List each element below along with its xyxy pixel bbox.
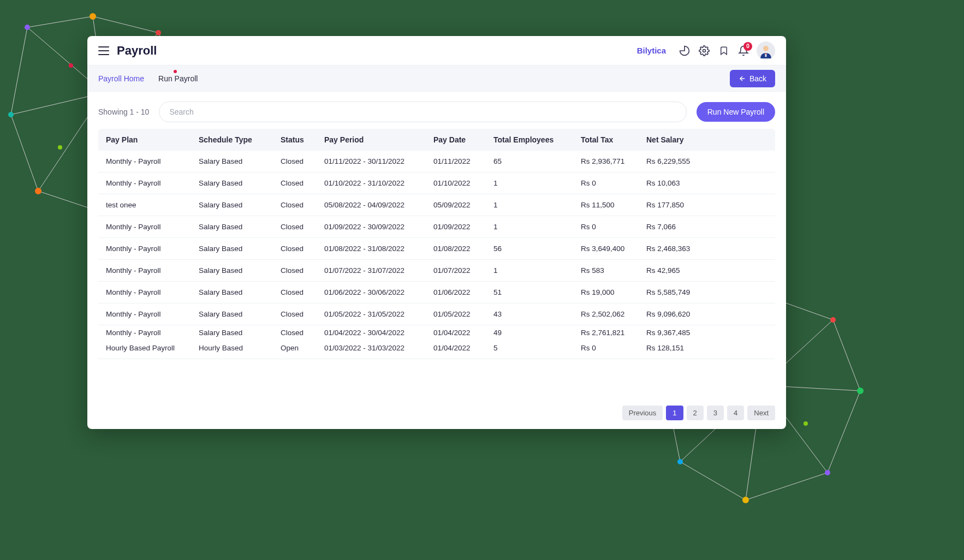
th-status[interactable]: Status: [281, 135, 324, 144]
cell-net-salary: Rs 177,850: [646, 201, 712, 209]
svg-point-9: [69, 63, 73, 68]
cell-schedule-type: Salary Based: [199, 329, 281, 337]
pagination-page-3[interactable]: 3: [707, 406, 724, 420]
table-row[interactable]: test oneeSalary BasedClosed05/08/2022 - …: [98, 194, 775, 216]
cell-schedule-type: Salary Based: [199, 223, 281, 231]
cell-net-salary: Rs 5,585,749: [646, 288, 712, 296]
cell-total-tax: Rs 11,500: [581, 201, 646, 209]
th-total-tax[interactable]: Total Tax: [581, 135, 646, 144]
cell-status: Closed: [281, 288, 324, 296]
cell-total-tax: Rs 2,761,821: [581, 329, 646, 337]
svg-point-1: [90, 13, 96, 20]
th-pay-plan[interactable]: Pay Plan: [106, 135, 199, 144]
cell-net-salary: Rs 10,063: [646, 179, 712, 187]
cell-total-employees: 5: [493, 344, 581, 352]
showing-text: Showing 1 - 10: [98, 108, 149, 116]
pagination-page-4[interactable]: 4: [727, 406, 744, 420]
table-header: Pay Plan Schedule Type Status Pay Period…: [98, 129, 775, 151]
cell-total-employees: 1: [493, 266, 581, 275]
cell-pay-plan: Monthly - Payroll: [106, 245, 199, 253]
cell-pay-plan: Monthly - Payroll: [106, 329, 199, 337]
search-input[interactable]: [159, 102, 686, 122]
run-new-payroll-button[interactable]: Run New Payroll: [697, 102, 775, 122]
cell-schedule-type: Salary Based: [199, 201, 281, 209]
content-area: Showing 1 - 10 Run New Payroll Pay Plan …: [87, 92, 786, 429]
cell-total-tax: Rs 19,000: [581, 288, 646, 296]
table-row[interactable]: Monthly - PayrollSalary BasedClosed01/09…: [98, 216, 775, 238]
bookmark-icon[interactable]: [714, 41, 734, 61]
back-button-label: Back: [749, 74, 766, 83]
cell-schedule-type: Salary Based: [199, 288, 281, 296]
svg-point-14: [830, 317, 836, 323]
th-net-salary[interactable]: Net Salary: [646, 135, 712, 144]
cell-pay-date: 01/05/2022: [433, 310, 493, 318]
cell-net-salary: Rs 6,229,555: [646, 157, 712, 165]
table-row[interactable]: Monthly - PayrollSalary BasedClosed01/04…: [98, 325, 775, 337]
table-row[interactable]: Monthly - PayrollSalary BasedClosed01/05…: [98, 303, 775, 325]
arrow-left-icon: [739, 75, 746, 82]
cell-pay-date: 01/06/2022: [433, 288, 493, 296]
cell-pay-period: 01/03/2022 - 31/03/2022: [324, 344, 433, 352]
table-row[interactable]: Monthly - PayrollSalary BasedClosed01/10…: [98, 172, 775, 194]
cell-schedule-type: Salary Based: [199, 245, 281, 253]
avatar[interactable]: [757, 41, 775, 60]
pagination-page-2[interactable]: 2: [687, 406, 704, 420]
brand-name[interactable]: Bilytica: [637, 46, 666, 55]
cell-total-employees: 1: [493, 179, 581, 187]
cell-total-tax: Rs 0: [581, 223, 646, 231]
cell-status: Closed: [281, 157, 324, 165]
cell-total-tax: Rs 2,936,771: [581, 157, 646, 165]
cell-pay-date: 01/07/2022: [433, 266, 493, 275]
table-row[interactable]: Monthly - PayrollSalary BasedClosed01/08…: [98, 238, 775, 260]
cell-pay-plan: Monthly - Payroll: [106, 310, 199, 318]
analytics-icon[interactable]: [675, 41, 694, 61]
cell-pay-period: 01/10/2022 - 31/10/2022: [324, 179, 433, 187]
th-schedule-type[interactable]: Schedule Type: [199, 135, 281, 144]
cell-total-employees: 56: [493, 245, 581, 253]
th-total-employees[interactable]: Total Employees: [493, 135, 581, 144]
cell-pay-period: 01/11/2022 - 30/11/2022: [324, 157, 433, 165]
svg-point-11: [58, 145, 62, 150]
cell-status: Closed: [281, 310, 324, 318]
notification-badge: 0: [743, 42, 752, 51]
cell-pay-date: 01/04/2022: [433, 329, 493, 337]
svg-point-7: [8, 112, 14, 117]
table-body: Monthly - PayrollSalary BasedClosed01/11…: [98, 151, 775, 398]
cell-pay-plan: Monthly - Payroll: [106, 223, 199, 231]
cell-total-tax: Rs 0: [581, 179, 646, 187]
gear-icon[interactable]: [694, 41, 714, 61]
cell-status: Closed: [281, 245, 324, 253]
app-window: Payroll Bilytica 0 Payroll Home Run Payr…: [87, 36, 786, 429]
cell-pay-date: 01/10/2022: [433, 179, 493, 187]
cell-pay-date: 01/04/2022: [433, 344, 493, 352]
cell-pay-period: 01/06/2022 - 30/06/2022: [324, 288, 433, 296]
th-pay-date[interactable]: Pay Date: [433, 135, 493, 144]
svg-point-18: [677, 459, 683, 464]
pagination-page-1[interactable]: 1: [666, 406, 683, 420]
cell-pay-plan: Monthly - Payroll: [106, 288, 199, 296]
table-row[interactable]: Hourly Based PayrollHourly BasedOpen01/0…: [98, 337, 775, 359]
bell-icon[interactable]: 0: [734, 41, 753, 61]
th-pay-period[interactable]: Pay Period: [324, 135, 433, 144]
svg-point-15: [857, 388, 864, 394]
cell-net-salary: Rs 9,096,620: [646, 310, 712, 318]
cell-total-tax: Rs 2,502,062: [581, 310, 646, 318]
cell-pay-period: 05/08/2022 - 04/09/2022: [324, 201, 433, 209]
table-row[interactable]: Monthly - PayrollSalary BasedClosed01/06…: [98, 282, 775, 303]
breadcrumb-home[interactable]: Payroll Home: [98, 74, 144, 83]
table-row[interactable]: Monthly - PayrollSalary BasedClosed01/07…: [98, 260, 775, 282]
back-button[interactable]: Back: [730, 70, 775, 87]
pagination-previous[interactable]: Previous: [622, 406, 663, 420]
menu-icon[interactable]: [98, 46, 109, 55]
svg-point-22: [804, 421, 808, 426]
cell-schedule-type: Hourly Based: [199, 344, 281, 352]
cell-schedule-type: Salary Based: [199, 157, 281, 165]
cell-status: Closed: [281, 179, 324, 187]
cell-pay-period: 01/07/2022 - 31/07/2022: [324, 266, 433, 275]
cell-schedule-type: Salary Based: [199, 179, 281, 187]
cell-schedule-type: Salary Based: [199, 266, 281, 275]
svg-point-6: [35, 188, 41, 194]
table-row[interactable]: Monthly - PayrollSalary BasedClosed01/11…: [98, 151, 775, 172]
cell-net-salary: Rs 7,066: [646, 223, 712, 231]
pagination-next[interactable]: Next: [747, 406, 775, 420]
